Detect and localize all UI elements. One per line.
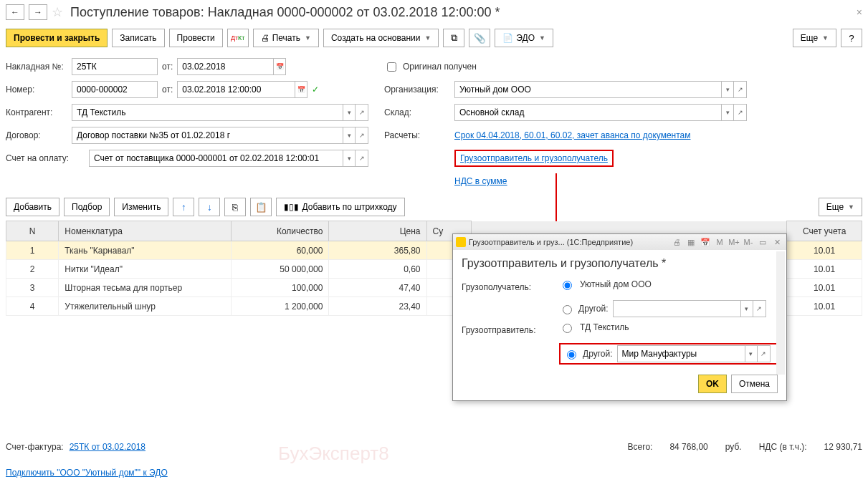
consignee-other-input[interactable]: [613, 300, 740, 317]
consignee-other-dropdown[interactable]: ▾: [740, 300, 753, 317]
move-down-icon[interactable]: ↓: [199, 198, 220, 216]
warehouse-open-icon[interactable]: ↗: [734, 104, 747, 121]
shipper-modal: Грузоотправитель и груз... (1С:Предприят…: [452, 233, 787, 401]
org-input[interactable]: [454, 81, 721, 98]
org-dropdown-icon[interactable]: ▾: [721, 81, 734, 98]
counterparty-dropdown-icon[interactable]: ▾: [343, 104, 356, 121]
post-button[interactable]: Провести: [169, 29, 223, 47]
warehouse-dropdown-icon[interactable]: ▾: [721, 104, 734, 121]
edo-button[interactable]: 📄 ЭДО▼: [495, 29, 553, 47]
col-price: Цена: [329, 221, 426, 241]
favorite-star-icon[interactable]: ☆: [52, 4, 63, 20]
modal-cancel-button[interactable]: Отмена: [731, 375, 778, 393]
more-label: Еще: [801, 33, 818, 43]
modal-window-title: Грузоотправитель и груз... (1С:Предприят…: [469, 238, 633, 246]
consignee-radio-other[interactable]: [563, 305, 572, 314]
create-based-label: Создать на основании: [331, 33, 421, 43]
modal-calc-icon[interactable]: ▦: [685, 236, 697, 248]
dtkt-button[interactable]: ДтКт: [227, 29, 249, 47]
modal-close-icon[interactable]: ✕: [771, 236, 783, 248]
nav-forward-button[interactable]: →: [29, 4, 47, 20]
contract-dropdown-icon[interactable]: ▾: [343, 127, 356, 144]
org-open-icon[interactable]: ↗: [734, 81, 747, 98]
edo-connect-link[interactable]: Подключить "ООО "Уютный дом"" к ЭДО: [6, 468, 168, 478]
add-row-button[interactable]: Добавить: [6, 198, 59, 216]
col-nomenclature: Номенклатура: [59, 221, 232, 241]
bill-open-icon[interactable]: ↗: [356, 150, 368, 167]
paste-icon[interactable]: 📋: [250, 198, 272, 216]
invoice-footer-label: Счет-фактура:: [6, 442, 64, 452]
edo-label: ЭДО: [516, 33, 535, 43]
original-received-checkbox[interactable]: [387, 62, 396, 72]
settlements-label: Расчеты:: [384, 130, 450, 140]
modal-calendar-icon[interactable]: 📅: [699, 236, 712, 248]
vat-link[interactable]: НДС в сумме: [454, 176, 507, 186]
create-based-button[interactable]: Создать на основании▼: [323, 29, 439, 47]
edit-row-button[interactable]: Изменить: [114, 198, 168, 216]
shipper-default-label: ТД Текстиль: [580, 322, 629, 332]
shipper-other-dropdown[interactable]: ▾: [745, 345, 758, 362]
modal-print-icon[interactable]: 🖨: [670, 236, 683, 248]
barcode-button[interactable]: ▮▯▮ Добавить по штрихкоду: [276, 198, 404, 216]
bill-dropdown-icon[interactable]: ▾: [343, 150, 356, 167]
from-label-1: от:: [162, 62, 173, 72]
settlements-link[interactable]: Срок 04.04.2018, 60.01, 60.02, зачет ава…: [454, 130, 690, 140]
attach-icon[interactable]: 📎: [469, 29, 490, 47]
bill-label: Счет на оплату:: [6, 153, 85, 163]
consignee-other-open[interactable]: ↗: [753, 300, 766, 317]
page-title: Поступление товаров: Накладная 0000-0000…: [70, 5, 500, 20]
contract-open-icon[interactable]: ↗: [356, 127, 368, 144]
move-up-icon[interactable]: ↑: [173, 198, 194, 216]
shipper-other-input[interactable]: [617, 345, 745, 362]
structure-icon[interactable]: ⧉: [443, 29, 464, 47]
shipper-radio-default[interactable]: [563, 324, 572, 333]
bill-input[interactable]: [89, 150, 343, 167]
table-more-label: Еще: [826, 202, 844, 212]
consignee-default-label: Уютный дом ООО: [580, 279, 652, 289]
number-label: Номер:: [6, 85, 67, 95]
col-account: Счет учета: [787, 221, 862, 241]
invoice-footer-link[interactable]: 25ТК от 03.02.2018: [70, 442, 146, 452]
shipper-other-label: Другой:: [583, 349, 613, 359]
calendar-icon[interactable]: 📅: [273, 58, 286, 75]
number-input[interactable]: [72, 81, 158, 98]
modal-mplus-icon[interactable]: M+: [728, 236, 740, 248]
modal-app-icon: [456, 237, 466, 247]
shipper-other-open[interactable]: ↗: [758, 345, 771, 362]
copy-icon[interactable]: ⎘: [224, 198, 246, 216]
total-label: Всего:: [628, 442, 653, 452]
close-icon[interactable]: ×: [857, 6, 862, 18]
modal-ok-button[interactable]: OK: [698, 375, 727, 393]
number-date-input[interactable]: [177, 81, 295, 98]
vat-footer-label: НДС (в т.ч.):: [759, 442, 807, 452]
modal-min-icon[interactable]: ▭: [756, 236, 769, 248]
modal-scrollbar[interactable]: [776, 251, 785, 375]
help-button[interactable]: ?: [841, 29, 862, 47]
counterparty-input[interactable]: [72, 104, 343, 121]
modal-m-icon[interactable]: M: [713, 236, 726, 248]
barcode-label: Добавить по штрихкоду: [302, 202, 396, 212]
nav-back-button[interactable]: ←: [6, 4, 24, 20]
contract-input[interactable]: [72, 127, 343, 144]
save-button[interactable]: Записать: [112, 29, 164, 47]
consignee-radio-default[interactable]: [563, 281, 572, 290]
print-label: Печать: [272, 33, 300, 43]
consignee-label: Грузополучатель:: [462, 282, 559, 292]
table-more-button[interactable]: Еще▼: [819, 198, 862, 216]
pick-button[interactable]: Подбор: [64, 198, 110, 216]
warehouse-input[interactable]: [454, 104, 721, 121]
consignee-other-label: Другой:: [578, 304, 609, 314]
shipper-radio-other[interactable]: [567, 350, 576, 360]
shipper-consignee-link[interactable]: Грузоотправитель и грузополучатель: [454, 150, 614, 167]
more-button[interactable]: Еще▼: [793, 29, 836, 47]
counterparty-open-icon[interactable]: ↗: [356, 104, 368, 121]
invoice-date-input[interactable]: [177, 58, 273, 75]
vat-value: 12 930,71: [824, 442, 862, 452]
invoice-no-input[interactable]: [72, 58, 158, 75]
apply-icon[interactable]: ✓: [312, 85, 319, 95]
modal-mminus-icon[interactable]: M-: [742, 236, 755, 248]
post-and-close-button[interactable]: Провести и закрыть: [6, 29, 108, 47]
calendar-icon-2[interactable]: 📅: [295, 81, 307, 98]
print-button[interactable]: 🖨 Печать▼: [253, 29, 319, 47]
invoice-no-label: Накладная №:: [6, 62, 67, 72]
